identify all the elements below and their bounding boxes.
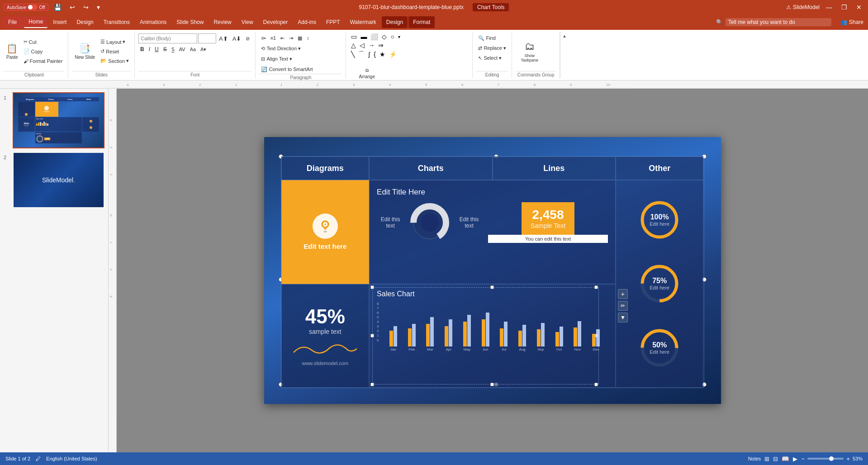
reading-view-button[interactable]: 📖 [782, 456, 789, 462]
zoom-in-button[interactable]: + [846, 456, 850, 462]
menu-addins[interactable]: Add-ins [293, 16, 321, 28]
save-button[interactable]: 💾 [51, 3, 64, 12]
layout-button[interactable]: ☰ Layout ▾ [99, 38, 131, 47]
shape-brace[interactable]: { [372, 50, 377, 58]
notes-button[interactable]: Notes [748, 456, 761, 461]
section-button[interactable]: 📂 Section ▾ [99, 57, 131, 66]
chart-handle-ml[interactable] [370, 334, 374, 337]
char-spacing-button[interactable]: AV [177, 45, 187, 54]
diagrams-bottom-cell[interactable]: 45% sample text www.slidemodel.com [281, 284, 370, 388]
menu-file[interactable]: File [2, 16, 23, 28]
chart-handle-tr[interactable] [594, 285, 598, 289]
charts-top-cell[interactable]: Edit Title Here Edit this text [369, 180, 616, 284]
bold-button[interactable]: B [138, 45, 146, 54]
shadow-button[interactable]: S̲ [170, 45, 176, 54]
format-painter-button[interactable]: 🖌 Format Painter [22, 57, 65, 66]
chart-handle-br[interactable] [594, 383, 598, 386]
donut-left-label[interactable]: Edit this text [377, 216, 404, 229]
font-color-button[interactable]: A▾ [199, 45, 208, 54]
minimize-button[interactable]: — [823, 3, 835, 12]
font-case-button[interactable]: Aa [188, 45, 198, 54]
shape-rounded[interactable]: ⬜ [369, 33, 379, 41]
chart-handle-tm[interactable] [490, 285, 494, 289]
charts-title[interactable]: Edit Title Here [377, 188, 608, 197]
close-button[interactable]: ✕ [854, 3, 864, 12]
stat-box[interactable]: 2,458 Sample Text You can edit this text [488, 202, 608, 243]
convert-smartart-button[interactable]: 🔄 Convert to SmartArt [259, 65, 314, 74]
copy-button[interactable]: 📄 Copy [22, 47, 65, 56]
underline-button[interactable]: U [153, 45, 161, 54]
decrease-indent-button[interactable]: ⇤ [279, 33, 286, 43]
shape-star[interactable]: ★ [378, 50, 387, 58]
font-increase-button[interactable]: A⬆ [217, 34, 230, 43]
ribbon-collapse[interactable]: ▲ [560, 32, 568, 78]
shape-rect[interactable]: ▭ [350, 33, 358, 41]
shape-triangle[interactable]: △ [350, 41, 357, 49]
menu-insert[interactable]: Insert [48, 16, 71, 28]
menu-view[interactable]: View [237, 16, 258, 28]
diagrams-main-cell[interactable]: Edit text here [281, 180, 370, 284]
select-button[interactable]: ↖ Select ▾ [476, 53, 508, 62]
find-button[interactable]: 🔍 Find [476, 33, 508, 43]
align-text-button[interactable]: ⊟ Align Text ▾ [259, 54, 294, 63]
clear-format-button[interactable]: ⊘ [244, 34, 251, 43]
restore-button[interactable]: ❐ [839, 3, 850, 12]
slide-1-thumbnail[interactable]: Diagrams Charts Lines Other Edit text Ed… [13, 92, 104, 148]
show-taskpane-button[interactable]: 🗂 Show Taskpane [516, 37, 544, 66]
undo-button[interactable]: ↩ [67, 3, 78, 12]
line-spacing-button[interactable]: ↕ [305, 33, 311, 43]
shape-arrow[interactable]: → [367, 41, 376, 49]
menu-design[interactable]: Design [72, 16, 98, 28]
font-name-input[interactable] [138, 33, 197, 43]
arrange-button[interactable]: ⧉ Arrange [351, 59, 382, 81]
shape-freeform[interactable]: ∫ [367, 50, 371, 58]
shape-circle[interactable]: ○ [389, 33, 395, 41]
shape-line[interactable]: ╲ [350, 50, 356, 58]
replace-button[interactable]: ⇄ Replace ▾ [476, 43, 508, 52]
new-slide-button[interactable]: 📑 New Slide [72, 37, 98, 66]
columns-button[interactable]: ▦ [296, 33, 304, 43]
chart-handle-bm[interactable] [490, 383, 494, 386]
chart-style-button[interactable]: ✏ [618, 301, 628, 311]
slide-sorter-button[interactable]: ⊟ [773, 456, 778, 462]
share-button[interactable]: 👥 Share [838, 18, 866, 26]
bullets-button[interactable]: ≡• [259, 33, 267, 43]
donut-right-label[interactable]: Edit this text [455, 216, 483, 229]
diagrams-edit-text[interactable]: Edit text here [304, 242, 346, 250]
numbering-button[interactable]: ≡1 [269, 33, 278, 43]
chart-handle-tl[interactable] [370, 285, 374, 289]
search-label[interactable]: Tell me what you want to do [726, 18, 831, 26]
autosave-badge[interactable]: AutoSave Off [4, 4, 48, 11]
zoom-slider[interactable] [807, 458, 844, 460]
shape-lightning[interactable]: ⚡ [388, 50, 398, 58]
slide-canvas[interactable]: Diagrams Charts Lines Other [264, 137, 721, 404]
slideshow-button[interactable]: ▶ [793, 456, 797, 462]
menu-transitions[interactable]: Transitions [99, 16, 134, 28]
normal-view-button[interactable]: ⊞ [764, 456, 769, 462]
menu-fppt[interactable]: FPPT [322, 16, 345, 28]
font-size-input[interactable]: 19 [198, 33, 216, 43]
slide-2-thumbnail[interactable]: SlideModel. [13, 152, 104, 208]
redo-button[interactable]: ↪ [81, 3, 91, 12]
shape-curve[interactable]: ⌒ [357, 50, 366, 59]
shape-diamond[interactable]: ◇ [380, 33, 388, 41]
ribbon-collapse-button[interactable]: ▲ [560, 33, 568, 38]
chart-filter-button[interactable]: ▼ [618, 313, 628, 323]
autosave-toggle[interactable] [28, 5, 38, 10]
shape-more[interactable]: ▾ [397, 34, 402, 40]
shape-rect2[interactable]: ▬ [359, 33, 368, 41]
cut-button[interactable]: ✂ Cut [22, 38, 65, 47]
menu-slideshow[interactable]: Slide Show [172, 16, 208, 28]
shape-barrow[interactable]: ⇒ [377, 41, 385, 49]
menu-home[interactable]: Home [24, 16, 47, 28]
font-decrease-button[interactable]: A⬇ [231, 34, 243, 43]
menu-developer[interactable]: Developer [259, 16, 293, 28]
zoom-out-button[interactable]: − [801, 456, 805, 462]
menu-watermark[interactable]: Watermark [346, 16, 381, 28]
chart-add-button[interactable]: + [618, 289, 628, 299]
shape-rtriangle[interactable]: ◁ [358, 41, 366, 49]
customize-button[interactable]: ▾ [94, 3, 103, 12]
strikethrough-button[interactable]: S [161, 45, 169, 54]
paste-button[interactable]: 📋 Paste [4, 37, 21, 66]
sales-chart-cell[interactable]: Sales Chart + ✏ ▼ [369, 284, 616, 388]
